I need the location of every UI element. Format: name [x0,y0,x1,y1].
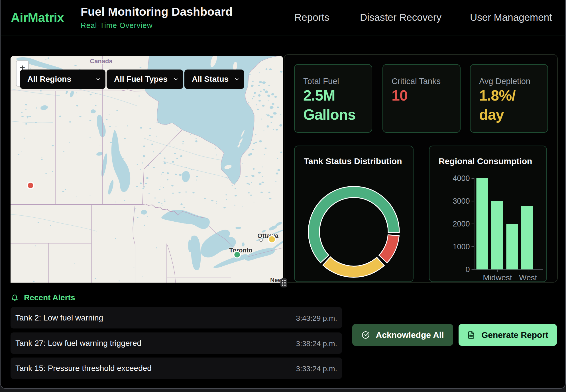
svg-text:3000: 3000 [453,197,470,205]
svg-text:West: West [519,273,537,282]
svg-text:2000: 2000 [453,220,470,228]
svg-text:1000: 1000 [453,242,470,251]
svg-text:0: 0 [465,265,470,274]
svg-text:Toronto: Toronto [229,247,252,254]
svg-text:Midwest: Midwest [483,273,512,282]
svg-text:4000: 4000 [453,174,470,183]
svg-text:Canada: Canada [90,58,113,65]
